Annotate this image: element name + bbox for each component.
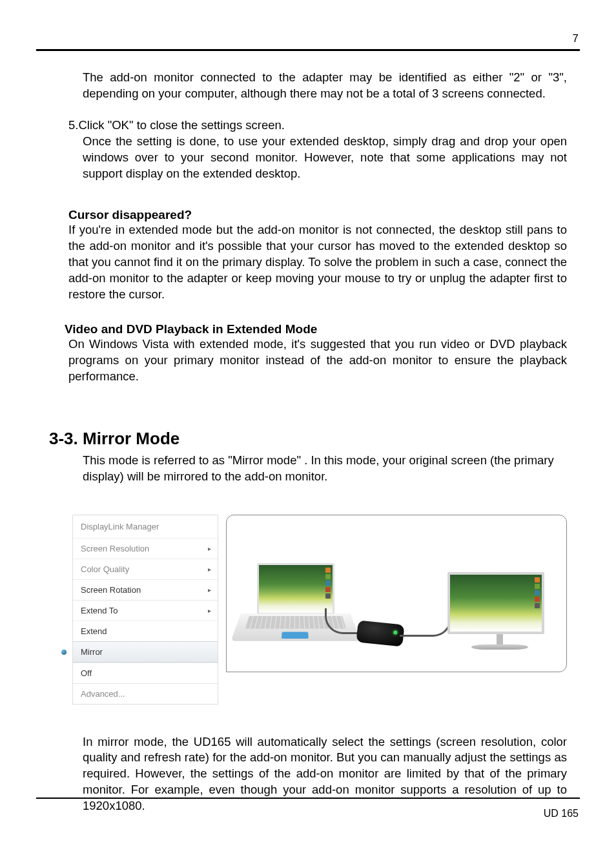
menu-item-label: Extend: [81, 626, 107, 636]
monitor-icon: [447, 572, 552, 650]
menu-item-label: Extend To: [81, 606, 118, 615]
mirror-illustration: [226, 515, 567, 672]
footer-model: UD 165: [544, 808, 579, 819]
chevron-right-icon: ▸: [208, 545, 211, 552]
video-body: On Windows Vista with extended mode, it'…: [68, 336, 567, 385]
sidebar-icons: [535, 577, 540, 608]
menu-item-color-quality[interactable]: Color Quality ▸: [73, 559, 218, 579]
laptop-screen: [257, 563, 334, 615]
monitor-screen: [447, 572, 544, 634]
menu-title: DisplayLink Manager: [73, 515, 218, 538]
monitor-stand: [497, 634, 503, 644]
monitor-foot: [471, 644, 528, 650]
menu-item-label: Advanced...: [81, 689, 125, 699]
menu-item-off[interactable]: Off: [73, 663, 218, 683]
selected-indicator-icon: [61, 650, 67, 655]
laptop-icon: [241, 563, 351, 648]
step-5-heading: 5.Click "OK" to close the settings scree…: [68, 118, 567, 134]
chevron-right-icon: ▸: [208, 607, 211, 614]
page-number: 7: [573, 32, 579, 45]
menu-item-extend[interactable]: Extend: [73, 621, 218, 641]
mirror-after-paragraph: In mirror mode, the UD165 will automatic…: [83, 734, 567, 815]
video-heading: Video and DVD Playback in Extended Mode: [65, 322, 567, 336]
menu-item-mirror[interactable]: Mirror: [73, 641, 218, 663]
adapter-icon: [356, 620, 404, 646]
menu-item-label: Screen Resolution: [81, 544, 149, 553]
cable-icon: [400, 608, 451, 637]
menu-item-advanced[interactable]: Advanced...: [73, 683, 218, 704]
trackpad-icon: [282, 632, 309, 639]
menu-title-label: DisplayLink Manager: [81, 522, 159, 531]
menu-item-screen-resolution[interactable]: Screen Resolution ▸: [73, 538, 218, 559]
menu-item-extend-to[interactable]: Extend To ▸: [73, 600, 218, 621]
menu-item-screen-rotation[interactable]: Screen Rotation ▸: [73, 579, 218, 600]
menu-item-label: Color Quality: [81, 564, 129, 574]
menu-item-label: Mirror: [81, 647, 103, 657]
figure-row: DisplayLink Manager Screen Resolution ▸ …: [72, 515, 567, 705]
sidebar-icons: [325, 568, 331, 599]
intro-paragraph: The add-on monitor connected to the adap…: [83, 70, 567, 102]
top-rule: [36, 49, 580, 51]
page-content: The add-on monitor connected to the adap…: [49, 70, 567, 814]
menu-item-label: Off: [81, 668, 92, 678]
section-heading: 3-3. Mirror Mode: [49, 429, 567, 449]
bottom-rule: [36, 798, 580, 799]
menu-item-label: Screen Rotation: [81, 585, 141, 595]
step-5-body: Once the setting is done, to use your ex…: [83, 134, 567, 182]
displaylink-menu: DisplayLink Manager Screen Resolution ▸ …: [72, 515, 218, 705]
chevron-right-icon: ▸: [208, 586, 211, 593]
menu-wrap: DisplayLink Manager Screen Resolution ▸ …: [72, 515, 218, 705]
cursor-heading: Cursor disappeared?: [68, 208, 567, 222]
cursor-body: If you're in extended mode but the add-o…: [68, 222, 567, 303]
mirror-intro: This mode is referred to as "Mirror mode…: [83, 453, 567, 485]
chevron-right-icon: ▸: [208, 566, 211, 573]
